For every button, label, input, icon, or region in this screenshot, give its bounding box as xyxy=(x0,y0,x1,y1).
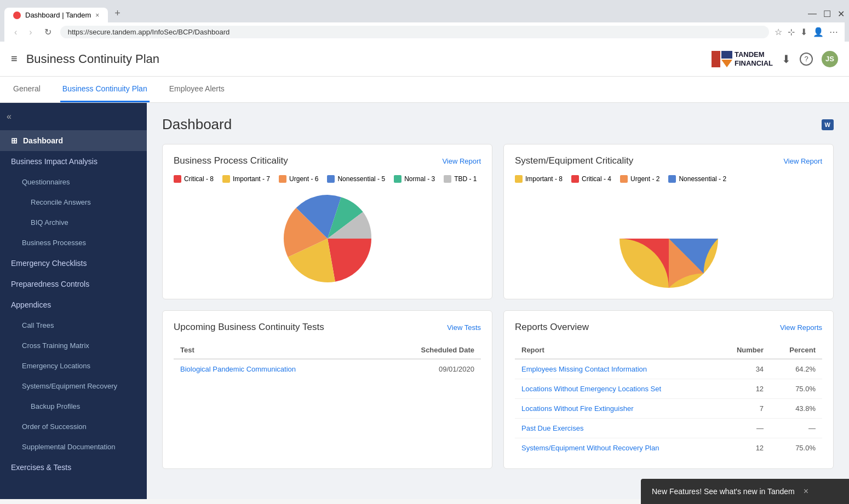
sec-view-report[interactable]: View Report xyxy=(783,157,822,165)
star-icon[interactable]: ☆ xyxy=(775,27,782,37)
minimize-button[interactable]: — xyxy=(808,9,817,19)
bpc-view-report[interactable]: View Report xyxy=(442,157,481,165)
new-tab-button[interactable]: + xyxy=(108,4,127,22)
col-date: Scheduled Date xyxy=(376,341,481,359)
legend-item-critical: Critical - 8 xyxy=(174,175,214,183)
tandem-logo-text: TANDEM FINANCIAL xyxy=(735,50,773,67)
tab-bcp[interactable]: Business Continuity Plan xyxy=(60,77,150,102)
legend-item-tbd: TBD - 1 xyxy=(444,175,477,183)
tab-close[interactable]: × xyxy=(95,11,99,19)
upcoming-view-tests[interactable]: View Tests xyxy=(447,323,481,332)
report-percent-4: 75.0% xyxy=(770,438,822,458)
report-percent-2: 43.8% xyxy=(770,399,822,419)
table-row: Biological Pandemic Communication 09/01/… xyxy=(174,359,481,379)
hamburger-menu[interactable]: ≡ xyxy=(11,53,18,65)
sidebar-item-emergency-locations[interactable]: Emergency Locations xyxy=(0,356,147,376)
app-title: Business Continuity Plan xyxy=(26,52,712,66)
menu-icon[interactable]: ⋯ xyxy=(829,27,838,37)
bookmark-icon[interactable]: ⊹ xyxy=(788,27,795,37)
sidebar-item-backup-profiles[interactable]: Backup Profiles xyxy=(0,396,147,416)
report-name-4[interactable]: Systems/Equipment Without Recovery Plan xyxy=(515,438,717,458)
reports-view-link[interactable]: View Reports xyxy=(780,323,822,332)
sidebar-item-preparedness-controls[interactable]: Preparedness Controls xyxy=(0,274,147,294)
bpc-card-title: Business Process Criticality xyxy=(174,155,288,166)
collapse-button[interactable]: « xyxy=(7,112,12,121)
maximize-button[interactable]: ☐ xyxy=(823,9,831,19)
sidebar-item-bia[interactable]: Business Impact Analysis xyxy=(0,151,147,172)
sidebar-item-order-succession[interactable]: Order of Succession xyxy=(0,416,147,437)
url-input[interactable] xyxy=(60,26,769,38)
sidebar-item-exercises[interactable]: Exercises & Tests xyxy=(0,457,147,478)
sec-pie-chart xyxy=(614,184,724,293)
sidebar-header: « xyxy=(0,103,147,130)
sidebar-item-business-processes[interactable]: Business Processes xyxy=(0,233,147,253)
download-icon[interactable]: ⬇ xyxy=(800,27,807,37)
sec-legend-important: Important - 8 xyxy=(515,175,563,183)
legend-label-critical: Critical - 8 xyxy=(184,175,214,183)
legend-dot-important xyxy=(222,175,230,183)
browser-tab[interactable]: Dashboard | Tandem × xyxy=(4,8,108,22)
bpc-pie-chart xyxy=(278,189,377,288)
reports-table: Report Number Percent Employees Missing … xyxy=(515,341,822,457)
col-test: Test xyxy=(174,341,376,359)
legend-label-important: Important - 7 xyxy=(233,175,270,183)
test-name[interactable]: Biological Pandemic Communication xyxy=(174,359,376,379)
report-name-0[interactable]: Employees Missing Contact Information xyxy=(515,359,717,379)
legend-dot-urgent xyxy=(279,175,286,183)
sec-legend-nonessential: Nonessential - 2 xyxy=(668,175,726,183)
bpc-card: Business Process Criticality View Report… xyxy=(162,144,492,299)
download-header-icon[interactable]: ⬇ xyxy=(782,53,791,66)
help-icon[interactable]: ? xyxy=(800,53,813,66)
close-window-button[interactable]: ✕ xyxy=(837,9,845,19)
sec-dot-critical xyxy=(571,175,579,183)
sidebar-item-reconcile[interactable]: Reconcile Answers xyxy=(0,192,147,212)
sidebar-item-questionnaires[interactable]: Questionnaires xyxy=(0,172,147,192)
reports-card: Reports Overview View Reports Report Num… xyxy=(503,310,834,469)
sidebar-item-biq-archive[interactable]: BIQ Archive xyxy=(0,212,147,233)
browser-toolbar: ☆ ⊹ ⬇ 👤 ⋯ xyxy=(775,27,838,37)
address-bar: ‹ › ↻ ☆ ⊹ ⬇ 👤 ⋯ xyxy=(4,22,845,42)
dashboard-grid: Business Process Criticality View Report… xyxy=(162,144,834,469)
tab-employee-alerts[interactable]: Employee Alerts xyxy=(167,77,227,102)
profile-icon[interactable]: 👤 xyxy=(813,27,824,37)
sidebar-item-emergency-checklists[interactable]: Emergency Checklists xyxy=(0,253,147,274)
sidebar-item-cross-training[interactable]: Cross Training Matrix xyxy=(0,335,147,356)
tab-general[interactable]: General xyxy=(11,77,43,102)
tandem-logo-svg xyxy=(712,51,732,67)
sidebar-item-appendices[interactable]: Appendices xyxy=(0,294,147,315)
dashboard-icon: ⊞ xyxy=(11,136,18,145)
report-percent-0: 64.2% xyxy=(770,359,822,379)
upcoming-tests-card: Upcoming Business Continuity Tests View … xyxy=(162,310,492,469)
word-export-icon[interactable]: W xyxy=(822,119,834,130)
sec-legend-critical: Critical - 4 xyxy=(571,175,611,183)
report-name-2[interactable]: Locations Without Fire Extinguisher xyxy=(515,399,717,419)
tandem-logo: TANDEM FINANCIAL xyxy=(712,50,773,67)
app-header: ≡ Business Continuity Plan TANDEM FINANC… xyxy=(0,42,849,77)
sidebar-item-dashboard[interactable]: ⊞ Dashboard xyxy=(0,130,147,151)
legend-item-normal: Normal - 3 xyxy=(394,175,435,183)
table-row: Locations Without Emergency Locations Se… xyxy=(515,379,822,399)
upcoming-card-title: Upcoming Business Continuity Tests xyxy=(174,322,324,333)
pie-slice-critical xyxy=(328,239,371,282)
legend-label-normal: Normal - 3 xyxy=(404,175,435,183)
sidebar-item-supplemental-docs[interactable]: Supplemental Documentation xyxy=(0,437,147,457)
legend-dot-tbd xyxy=(444,175,451,183)
legend-item-urgent: Urgent - 6 xyxy=(279,175,318,183)
sidebar-item-call-trees[interactable]: Call Trees xyxy=(0,315,147,335)
legend-item-nonessential: Nonessential - 5 xyxy=(327,175,385,183)
notification-close-button[interactable]: × xyxy=(804,486,808,496)
report-name-1[interactable]: Locations Without Emergency Locations Se… xyxy=(515,379,717,399)
sec-legend: Important - 8 Critical - 4 Urgent - 2 No… xyxy=(515,175,822,183)
report-name-3[interactable]: Past Due Exercises xyxy=(515,419,717,438)
back-button[interactable]: ‹ xyxy=(11,26,20,38)
browser-chrome: Dashboard | Tandem × + — ☐ ✕ ‹ › ↻ ☆ ⊹ ⬇… xyxy=(0,0,849,42)
dashboard-title: Dashboard W xyxy=(162,116,834,133)
reload-button[interactable]: ↻ xyxy=(41,26,55,38)
table-row: Locations Without Fire Extinguisher 7 43… xyxy=(515,399,822,419)
forward-button[interactable]: › xyxy=(26,26,35,38)
sidebar-item-systems-recovery[interactable]: Systems/Equipment Recovery xyxy=(0,376,147,396)
svg-rect-0 xyxy=(712,51,720,67)
avatar[interactable]: JS xyxy=(822,51,838,67)
legend-label-urgent: Urgent - 6 xyxy=(289,175,318,183)
notification-text: New Features! See what's new in Tandem xyxy=(652,487,795,496)
